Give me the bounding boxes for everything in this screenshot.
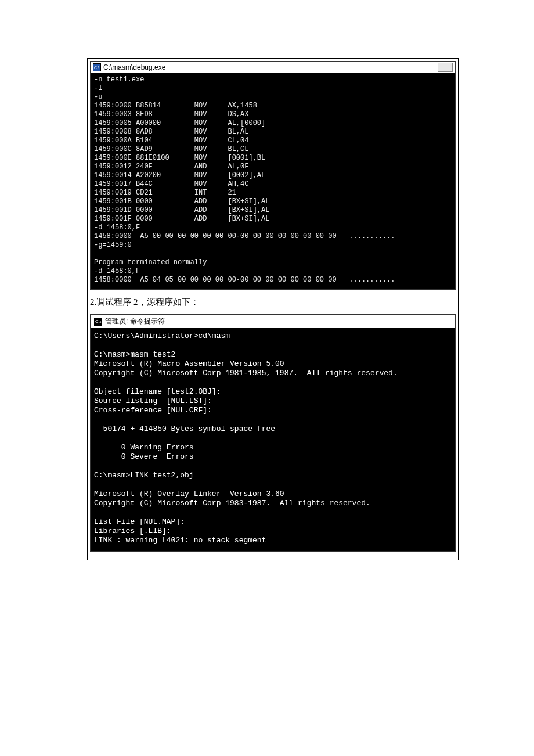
section-caption: 2.调试程序 2，源程序如下：	[90, 296, 456, 308]
cmd-titlebar: C:\ 管理员: 命令提示符	[91, 315, 455, 328]
cmd-icon: C:\	[93, 63, 101, 71]
cmd-window-title: 管理员: 命令提示符	[105, 316, 165, 326]
svg-text:C:\: C:\	[94, 66, 99, 70]
document-page: C:\ C:\masm\debug.exe — -n test1.exe -l …	[0, 0, 534, 756]
cmd-terminal-output: C:\Users\Administrator>cd\masm C:\masm>m…	[91, 328, 455, 551]
window-controls: —	[438, 63, 453, 72]
minimize-button[interactable]: —	[438, 63, 453, 72]
cmd-icon: C:\	[94, 318, 102, 326]
window-titlebar: C:\ C:\masm\debug.exe —	[91, 62, 455, 73]
window-title: C:\masm\debug.exe	[103, 63, 438, 72]
debug-terminal-output: -n test1.exe -l -u 1459:0000 B85814 MOV …	[91, 73, 455, 289]
debug-window: C:\ C:\masm\debug.exe — -n test1.exe -l …	[90, 61, 456, 290]
content-frame: C:\ C:\masm\debug.exe — -n test1.exe -l …	[87, 58, 459, 560]
cmd-window: C:\ 管理员: 命令提示符 C:\Users\Administrator>cd…	[90, 314, 456, 552]
